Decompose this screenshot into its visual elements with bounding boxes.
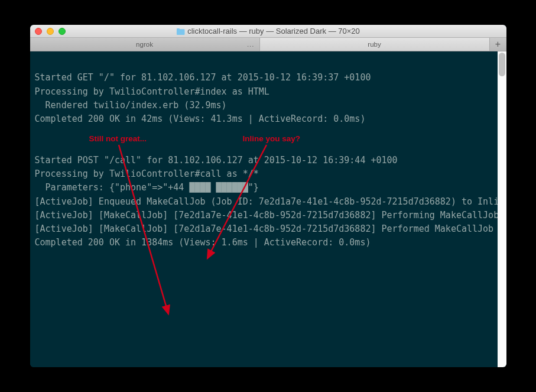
folder-icon xyxy=(176,28,184,34)
log-line: Processing by TwilioController#call as *… xyxy=(35,169,259,179)
tab-label: ngrok xyxy=(136,41,153,48)
new-tab-button[interactable]: + xyxy=(490,38,506,51)
terminal-window: clicktocall-rails — ruby — Solarized Dar… xyxy=(30,25,506,367)
close-icon[interactable] xyxy=(35,28,42,35)
log-line: Completed 200 OK in 1384ms (Views: 1.6ms… xyxy=(35,237,371,248)
log-line: Completed 200 OK in 42ms (Views: 41.3ms … xyxy=(35,114,366,124)
log-line: [ActiveJob] [MakeCallJob] [7e2d1a7e-41e1… xyxy=(35,223,506,234)
terminal-output[interactable]: Started GET "/" for 81.102.106.127 at 20… xyxy=(30,51,506,367)
window-title-group: clicktocall-rails — ruby — Solarized Dar… xyxy=(176,27,360,35)
traffic-lights xyxy=(35,28,66,35)
terminal-area: Started GET "/" for 81.102.106.127 at 20… xyxy=(30,51,506,367)
scrollbar-thumb[interactable] xyxy=(499,53,505,76)
log-line: [ActiveJob] Enqueued MakeCallJob (Job ID… xyxy=(35,196,506,207)
log-line: Parameters: {"phone"=>"+44 ████ ██████"} xyxy=(35,182,259,193)
log-line: [ActiveJob] [MakeCallJob] [7e2d1a7e-41e1… xyxy=(35,210,506,221)
tab-bar: ngrok ... ruby + xyxy=(30,38,506,51)
plus-icon: + xyxy=(495,39,501,50)
titlebar[interactable]: clicktocall-rails — ruby — Solarized Dar… xyxy=(30,25,506,38)
overflow-icon[interactable]: ... xyxy=(247,41,255,48)
maximize-icon[interactable] xyxy=(59,28,66,35)
scrollbar-track[interactable] xyxy=(498,51,506,367)
tab-label: ruby xyxy=(368,41,381,48)
window-title: clicktocall-rails — ruby — Solarized Dar… xyxy=(187,27,360,35)
tab-ngrok[interactable]: ngrok ... xyxy=(30,38,260,51)
log-line: Processing by TwilioController#index as … xyxy=(35,86,269,97)
log-line: Started POST "/call" for 81.102.106.127 … xyxy=(35,155,398,166)
tab-ruby[interactable]: ruby xyxy=(260,38,490,51)
log-line: Started GET "/" for 81.102.106.127 at 20… xyxy=(35,72,371,83)
minimize-icon[interactable] xyxy=(47,28,54,35)
log-line: Rendered twilio/index.erb (32.9ms) xyxy=(35,100,227,111)
